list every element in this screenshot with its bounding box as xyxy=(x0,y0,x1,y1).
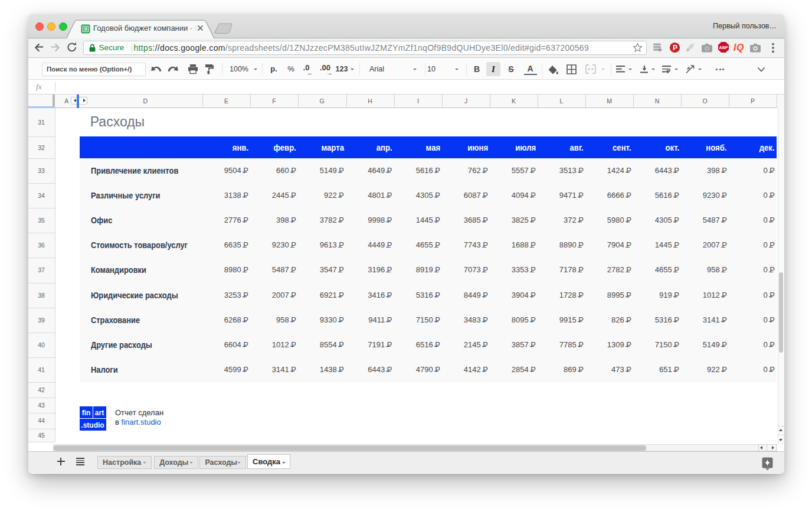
svg-text:A: A xyxy=(687,66,690,71)
svg-text:P: P xyxy=(673,44,677,52)
svg-text:ABP: ABP xyxy=(719,45,728,50)
